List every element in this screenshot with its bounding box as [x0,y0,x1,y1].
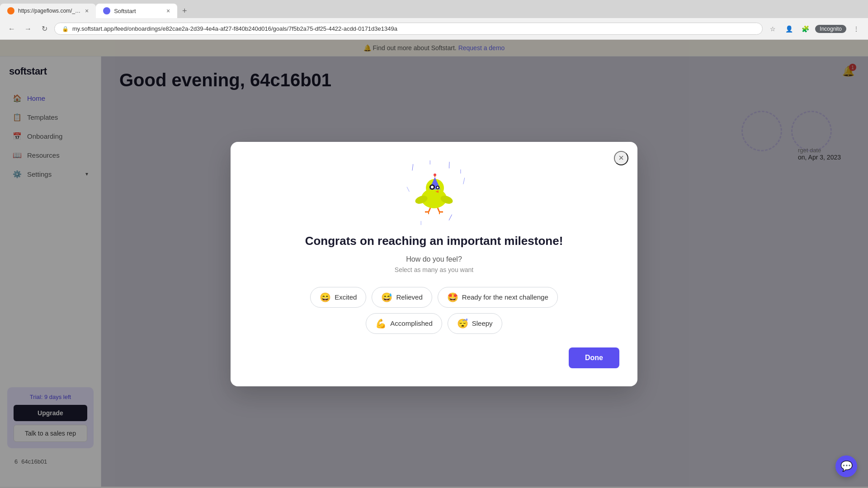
incognito-badge: Incognito [815,25,846,33]
confetti-6: ╲ [407,187,409,192]
tab-label-pageflows: https://pageflows.com/_emails/ [18,8,81,14]
ready-label: Ready for the next challenge [462,293,548,301]
accomplished-label: Accomplished [390,319,432,327]
svg-point-7 [431,186,434,188]
confetti-3: ╲ [446,162,452,169]
mascot-bird [411,169,457,214]
feeling-button-excited[interactable]: 😄 Excited [310,287,366,308]
modal-mascot: ╱ | ╲ | ╱ ╲ ╱ | [249,160,619,225]
modal-overlay: × ╱ | ╲ | ╱ ╲ ╱ | [0,40,868,488]
svg-point-9 [437,187,439,188]
svg-line-16 [438,208,439,212]
tab-bar: https://pageflows.com/_emails/ × Softsta… [0,0,868,18]
confetti-4: | [460,169,461,174]
excited-emoji: 😄 [320,292,331,303]
accomplished-emoji: 💪 [375,318,387,329]
browser-chrome: https://pageflows.com/_emails/ × Softsta… [0,0,868,40]
feeling-button-accomplished[interactable]: 💪 Accomplished [366,313,442,334]
svg-line-13 [429,208,430,212]
feeling-row-2: 💪 Accomplished 😴 Sleepy [249,313,619,334]
modal-hint: Select as many as you want [249,266,619,273]
lock-icon: 🔒 [62,26,69,32]
relieved-emoji: 😅 [381,292,392,303]
nav-bar: ← → ↻ 🔒 my.softstart.app/feed/onboarding… [0,18,868,40]
confetti-2: | [429,160,430,164]
sleepy-label: Sleepy [472,319,493,327]
reload-button[interactable]: ↻ [38,23,51,35]
modal-close-button[interactable]: × [614,151,628,165]
nav-right-icons: ☆ 👤 🧩 Incognito ⋮ [766,23,863,35]
menu-icon[interactable]: ⋮ [850,23,863,35]
relieved-label: Relieved [396,293,422,301]
tab-favicon-softstart [103,7,110,14]
back-button[interactable]: ← [5,23,18,35]
svg-point-4 [434,174,436,176]
feeling-row-1: 😄 Excited 😅 Relieved 🤩 Ready for the nex… [249,287,619,308]
feeling-button-sleepy[interactable]: 😴 Sleepy [448,313,502,334]
ready-emoji: 🤩 [447,292,458,303]
done-button[interactable]: Done [569,347,619,368]
confetti-8: | [420,221,421,225]
sleepy-emoji: 😴 [457,318,468,329]
confetti-7: ╱ [449,215,452,221]
modal-footer: Done [249,347,619,368]
excited-label: Excited [335,293,357,301]
feeling-button-ready[interactable]: 🤩 Ready for the next challenge [438,287,558,308]
tab-favicon-pageflows [7,7,14,14]
extension-icon[interactable]: 🧩 [799,23,811,35]
tab-pageflows[interactable]: https://pageflows.com/_emails/ × [0,4,96,18]
address-bar[interactable]: 🔒 my.softstart.app/feed/onboardings/e82c… [54,23,763,35]
modal-title: Congrats on reaching an important milest… [249,234,619,248]
forward-button[interactable]: → [22,23,34,35]
confetti-5: ╱ [462,178,466,184]
chat-icon: 💬 [840,460,853,472]
tab-label-softstart: Softstart [114,8,136,14]
bookmark-icon[interactable]: ☆ [766,23,779,35]
tab-close-softstart[interactable]: × [166,7,170,14]
modal-question: How do you feel? [249,255,619,263]
address-text: my.softstart.app/feed/onboardings/e82cae… [72,25,397,32]
tab-softstart[interactable]: Softstart × [96,4,177,18]
feeling-button-relieved[interactable]: 😅 Relieved [372,287,432,308]
new-tab-button[interactable]: + [177,4,192,18]
chat-widget[interactable]: 💬 [835,455,857,477]
modal-dialog: × ╱ | ╲ | ╱ ╲ ╱ | [231,142,637,386]
profile-icon[interactable]: 👤 [783,23,795,35]
tab-close-pageflows[interactable]: × [85,7,89,14]
